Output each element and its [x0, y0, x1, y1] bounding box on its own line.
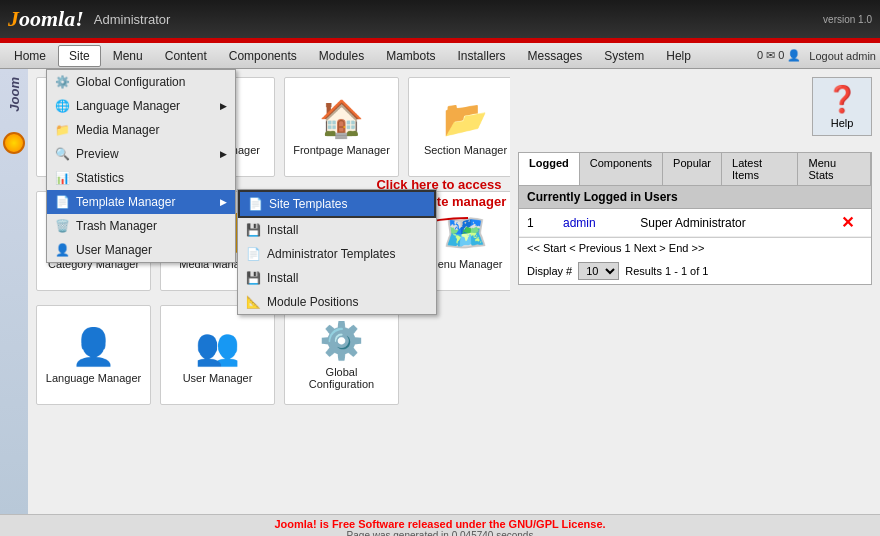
tab-latest-items[interactable]: Latest Items [722, 153, 798, 185]
media-menu-icon: 📁 [55, 123, 70, 137]
joomla-logo-icon [3, 132, 25, 154]
tab-popular[interactable]: Popular [663, 153, 722, 185]
nav-components[interactable]: Components [219, 46, 307, 66]
trash-menu-label: Trash Manager [76, 219, 157, 233]
frontpage-label: Frontpage Manager [293, 144, 390, 156]
grid-frontpage-manager[interactable]: 🏠 Frontpage Manager [284, 77, 399, 177]
menu-user-manager[interactable]: 👤 User Manager [47, 238, 235, 262]
nav-bar: Home Site Menu Content Components Module… [0, 43, 880, 69]
table-row: 1 admin Super Administrator ✕ [519, 209, 871, 237]
preview-menu-icon: 🔍 [55, 147, 70, 161]
row-user[interactable]: admin [555, 209, 632, 237]
display-row: Display # 10 25 50 Results 1 - 1 of 1 [519, 258, 871, 284]
nav-help[interactable]: Help [656, 46, 701, 66]
section-label: Section Manager [424, 144, 507, 156]
nav-installers[interactable]: Installers [448, 46, 516, 66]
media-menu-label: Media Manager [76, 123, 159, 137]
admin-templates-label: Administrator Templates [267, 247, 396, 261]
statistics-menu-icon: 📊 [55, 171, 70, 185]
module-positions-label: Module Positions [267, 295, 358, 309]
template-submenu: 📄 Site Templates 💾 Install 📄 Administrat… [237, 189, 437, 315]
joomla-side-text: Joom [7, 77, 22, 112]
left-panel: Joom [0, 69, 28, 514]
global-config-label: Global Configuration [293, 366, 390, 390]
language-icon: 👤 [71, 326, 116, 368]
menu-template-manager[interactable]: 📄 Template Manager [47, 190, 235, 214]
grid-user-manager[interactable]: 👥 User Manager [160, 305, 275, 405]
display-select[interactable]: 10 25 50 [578, 262, 619, 280]
user-menu-icon: 👤 [55, 243, 70, 257]
logout-button[interactable]: Logout admin [809, 50, 876, 62]
logged-title: Currently Logged in Users [519, 186, 871, 209]
site-templates-label: Site Templates [269, 197, 348, 211]
menu-preview[interactable]: 🔍 Preview [47, 142, 235, 166]
nav-system[interactable]: System [594, 46, 654, 66]
install-site-icon: 💾 [246, 223, 261, 237]
install-site-label: Install [267, 223, 298, 237]
menu-statistics[interactable]: 📊 Statistics [47, 166, 235, 190]
submenu-admin-templates[interactable]: 📄 Administrator Templates [238, 242, 436, 266]
nav-right-icons: 0 ✉ 0 👤 Logout admin [757, 49, 876, 62]
preview-menu-label: Preview [76, 147, 119, 161]
submenu-install-admin[interactable]: 💾 Install [238, 266, 436, 290]
help-box[interactable]: ❓ Help [812, 77, 872, 136]
nav-content[interactable]: Content [155, 46, 217, 66]
nav-home[interactable]: Home [4, 46, 56, 66]
main-content: Joom 📝 Add New Content 📋 Content Manager… [0, 69, 880, 514]
menu-media-manager[interactable]: 📁 Media Manager [47, 118, 235, 142]
logged-panel: Logged Components Popular Latest Items M… [518, 152, 872, 285]
nav-mambots[interactable]: Mambots [376, 46, 445, 66]
row-role: Super Administrator [632, 209, 825, 237]
user-menu-label: User Manager [76, 243, 152, 257]
nav-modules[interactable]: Modules [309, 46, 374, 66]
site-dropdown-menu: ⚙️ Global Configuration 🌐 Language Manag… [46, 69, 236, 263]
trash-menu-icon: 🗑️ [55, 219, 70, 233]
main-area: 📝 Add New Content 📋 Content Manager 🏠 Fr… [28, 69, 510, 514]
logo-area: Joomla! Administrator [8, 6, 170, 32]
dropdown-container: ⚙️ Global Configuration 🌐 Language Manag… [46, 69, 236, 263]
module-positions-icon: 📐 [246, 295, 261, 309]
menu-trash-manager[interactable]: 🗑️ Trash Manager [47, 214, 235, 238]
nav-messages[interactable]: Messages [518, 46, 593, 66]
admin-templates-icon: 📄 [246, 247, 261, 261]
global-config-menu-icon: ⚙️ [55, 75, 70, 89]
menu-language-manager[interactable]: 🌐 Language Manager [47, 94, 235, 118]
nav-menu[interactable]: Menu [103, 46, 153, 66]
messages-badge: 0 ✉ 0 👤 [757, 49, 801, 62]
language-menu-label: Language Manager [76, 99, 180, 113]
menu-global-config[interactable]: ⚙️ Global Configuration [47, 70, 235, 94]
install-admin-label: Install [267, 271, 298, 285]
results-text: Results 1 - 1 of 1 [625, 265, 708, 277]
grid-section-manager[interactable]: 📂 Section Manager [408, 77, 510, 177]
submenu-module-positions[interactable]: 📐 Module Positions [238, 290, 436, 314]
logged-table: 1 admin Super Administrator ✕ [519, 209, 871, 237]
global-config-menu-label: Global Configuration [76, 75, 185, 89]
version-badge: version 1.0 [823, 14, 872, 25]
language-menu-icon: 🌐 [55, 99, 70, 113]
tab-menu-stats[interactable]: Menu Stats [798, 153, 871, 185]
submenu-site-templates[interactable]: 📄 Site Templates [238, 190, 436, 218]
help-label: Help [831, 117, 854, 129]
top-bar: Joomla! Administrator version 1.0 [0, 0, 880, 38]
right-panel: ❓ Help Logged Components Popular Latest … [510, 69, 880, 514]
row-num: 1 [519, 209, 555, 237]
display-label: Display # [527, 265, 572, 277]
template-menu-label: Template Manager [76, 195, 175, 209]
nav-site[interactable]: Site [58, 45, 101, 67]
install-admin-icon: 💾 [246, 271, 261, 285]
site-templates-icon: 📄 [248, 197, 263, 211]
admin-title: Administrator [94, 12, 171, 27]
footer-line1: Joomla! is Free Software released under … [0, 518, 880, 530]
logged-tabs: Logged Components Popular Latest Items M… [519, 153, 871, 186]
pagination: << Start < Previous 1 Next > End >> [519, 237, 871, 258]
grid-language-manager[interactable]: 👤 Language Manager [36, 305, 151, 405]
row-delete[interactable]: ✕ [825, 209, 871, 237]
language-label: Language Manager [46, 372, 141, 384]
joomla-logo: Joomla! [8, 6, 84, 32]
pagination-text[interactable]: << Start < Previous 1 Next > End >> [527, 242, 704, 254]
submenu-install-site[interactable]: 💾 Install [238, 218, 436, 242]
grid-global-config[interactable]: ⚙️ Global Configuration [284, 305, 399, 405]
tab-logged[interactable]: Logged [519, 153, 580, 185]
tab-components[interactable]: Components [580, 153, 663, 185]
template-menu-icon: 📄 [55, 195, 70, 209]
